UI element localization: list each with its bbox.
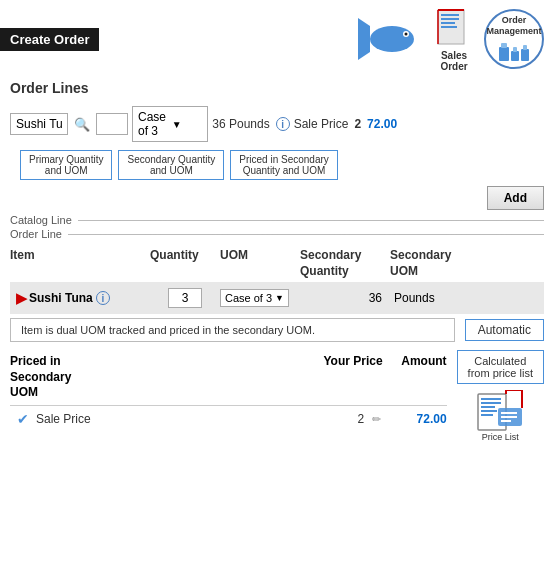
order-line-label: Order Line	[10, 228, 68, 240]
table-body: ▶ Sushi Tuna i Case of 3 ▼ 36 Pounds	[0, 282, 554, 314]
svg-rect-22	[481, 414, 493, 416]
svg-point-0	[370, 26, 414, 52]
order-line-divider: Order Line	[0, 228, 554, 240]
your-price-col-label: Your Price	[317, 354, 387, 401]
label-box-secondary: Secondary Quantityand UOM	[118, 150, 224, 180]
item-input[interactable]	[10, 113, 68, 135]
item-flag-icon: ▶	[16, 290, 27, 306]
add-btn-row: Add	[0, 186, 554, 210]
table-header: Item Quantity UOM SecondaryQuantity Seco…	[0, 242, 554, 282]
svg-rect-12	[501, 43, 507, 48]
svg-rect-14	[513, 47, 517, 52]
svg-rect-8	[441, 26, 457, 28]
svg-rect-16	[523, 45, 527, 50]
sale-price-row-label: Sale Price	[36, 412, 150, 426]
sale-price-label: Sale Price	[294, 117, 349, 131]
svg-rect-11	[499, 47, 509, 61]
svg-rect-18	[481, 398, 501, 400]
svg-rect-15	[521, 49, 529, 61]
item-name: Sushi Tuna	[29, 291, 93, 305]
right-badges: Calculatedfrom price list Price List	[457, 350, 544, 442]
price-list-icon: Price List	[476, 390, 524, 442]
input-row: 🔍 3 Case of 3 ▼ 36 Pounds i Sale Price 2…	[10, 102, 544, 146]
table-qty-input[interactable]	[168, 288, 202, 308]
svg-rect-13	[511, 51, 519, 61]
sale-price-qty: 2	[354, 117, 361, 131]
add-button[interactable]: Add	[487, 186, 544, 210]
td-item: ▶ Sushi Tuna i	[10, 290, 150, 306]
section-title: Order Lines	[0, 76, 554, 102]
td-secondary-quantity: 36	[300, 291, 390, 305]
svg-rect-7	[441, 22, 455, 24]
col-quantity: Quantity	[150, 248, 220, 279]
label-box-primary: Primary Quantityand UOM	[20, 150, 112, 180]
automatic-badge: Automatic	[465, 319, 544, 341]
price-qty: 2	[358, 412, 365, 426]
order-lines-area: 🔍 3 Case of 3 ▼ 36 Pounds i Sale Price 2…	[0, 102, 554, 180]
td-uom: Case of 3 ▼	[220, 289, 300, 307]
col-secondary-uom: SecondaryUOM	[390, 248, 470, 279]
bottom-section: Priced inSecondaryUOM Your Price Amount …	[0, 346, 554, 446]
uom-arrow-icon: ▼	[172, 119, 203, 130]
page-title: Create Order	[0, 28, 99, 51]
order-mgmt-label: Order Management	[487, 15, 542, 37]
header-icons: SalesOrder Order Management	[354, 6, 544, 72]
dual-uom-message: Item is dual UOM tracked and priced in t…	[10, 318, 455, 342]
amount-col-label: Amount	[387, 354, 447, 401]
catalog-line-label: Catalog Line	[10, 214, 78, 226]
row-amount-value: 72.00	[387, 412, 447, 426]
order-management-badge: Order Management	[484, 9, 544, 69]
svg-rect-6	[441, 18, 459, 20]
svg-point-3	[405, 32, 408, 35]
row-price-value: 2 ✏	[317, 412, 387, 426]
table-uom-value: Case of 3	[225, 292, 272, 304]
row-check-icon: ✔	[10, 411, 36, 427]
primary-qty-input[interactable]: 3	[96, 113, 128, 135]
svg-rect-26	[501, 420, 511, 422]
svg-rect-24	[501, 412, 517, 414]
secondary-qty-value: 36	[369, 291, 382, 305]
svg-rect-5	[441, 14, 459, 16]
label-box-priced: Priced in SecondaryQuantity and UOM	[230, 150, 338, 180]
calculated-badge: Calculatedfrom price list	[457, 350, 544, 384]
uom-dropdown[interactable]: Case of 3 ▼	[132, 106, 208, 142]
svg-marker-1	[358, 18, 370, 60]
info-icon[interactable]: i	[276, 117, 290, 131]
edit-icon[interactable]: ✏	[372, 413, 381, 425]
pricing-section-label: Priced inSecondaryUOM	[10, 354, 150, 401]
order-divider-line	[68, 234, 544, 235]
td-secondary-uom: Pounds	[390, 291, 470, 305]
price-list-label: Price List	[482, 432, 519, 442]
fish-icon	[354, 12, 424, 67]
item-info-icon[interactable]: i	[96, 291, 110, 305]
sales-order-label: SalesOrder	[440, 50, 467, 72]
table-uom-select[interactable]: Case of 3 ▼	[220, 289, 289, 307]
sales-order-icon: SalesOrder	[432, 6, 476, 72]
svg-rect-19	[481, 402, 501, 404]
catalog-line-divider: Catalog Line	[0, 214, 554, 226]
col-uom: UOM	[220, 248, 300, 279]
sale-price-amount[interactable]: 72.00	[367, 117, 397, 131]
label-boxes-row: Primary Quantityand UOM Secondary Quanti…	[10, 150, 544, 180]
search-button[interactable]: 🔍	[72, 117, 92, 132]
svg-rect-21	[481, 410, 497, 412]
td-quantity	[150, 288, 220, 308]
col-secondary-quantity: SecondaryQuantity	[300, 248, 390, 279]
table-uom-arrow-icon: ▼	[275, 293, 284, 303]
catalog-divider-line	[78, 220, 544, 221]
secondary-qty-display: 36 Pounds	[212, 117, 269, 131]
page-header: Create Order SalesOrder Order Management	[0, 0, 554, 76]
price-list-svg	[476, 390, 524, 432]
pricing-left: Priced inSecondaryUOM Your Price Amount …	[10, 350, 447, 432]
svg-rect-25	[501, 416, 517, 418]
svg-rect-20	[481, 406, 495, 408]
table-row: ▶ Sushi Tuna i Case of 3 ▼ 36 Pounds	[10, 282, 544, 314]
uom-value: Case of 3	[138, 110, 169, 138]
col-item: Item	[10, 248, 150, 279]
